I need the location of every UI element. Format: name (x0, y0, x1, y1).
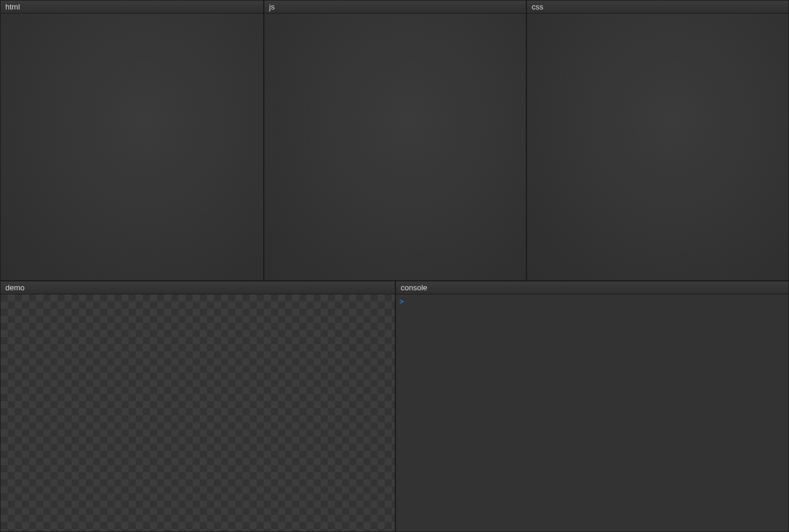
js-panel: js (264, 0, 526, 281)
css-panel-header[interactable]: css (527, 1, 788, 14)
js-panel-header[interactable]: js (264, 1, 526, 14)
console-input[interactable] (407, 297, 785, 306)
css-editor[interactable] (527, 14, 788, 280)
demo-panel: demo (0, 281, 395, 532)
css-panel-body (527, 14, 788, 280)
console-body: > (396, 294, 788, 531)
js-panel-body (264, 14, 526, 280)
css-panel-title: css (532, 2, 544, 11)
playground-container: html js css (0, 0, 789, 532)
console-prompt-icon: > (400, 297, 404, 306)
css-panel: css (526, 0, 789, 281)
console-panel-title: console (401, 283, 427, 292)
js-panel-title: js (269, 2, 274, 11)
demo-panel-title: demo (5, 283, 25, 292)
top-row: html js css (0, 0, 789, 281)
html-editor[interactable] (1, 14, 263, 280)
console-panel-header[interactable]: console (396, 281, 788, 294)
html-panel-header[interactable]: html (1, 1, 263, 14)
bottom-row: demo console > (0, 281, 789, 532)
console-panel: console > (395, 281, 789, 532)
html-panel: html (0, 0, 264, 281)
demo-preview[interactable] (1, 294, 395, 531)
html-panel-body (1, 14, 263, 280)
demo-panel-header[interactable]: demo (1, 281, 395, 294)
html-panel-title: html (5, 2, 20, 11)
js-editor[interactable] (264, 14, 526, 280)
